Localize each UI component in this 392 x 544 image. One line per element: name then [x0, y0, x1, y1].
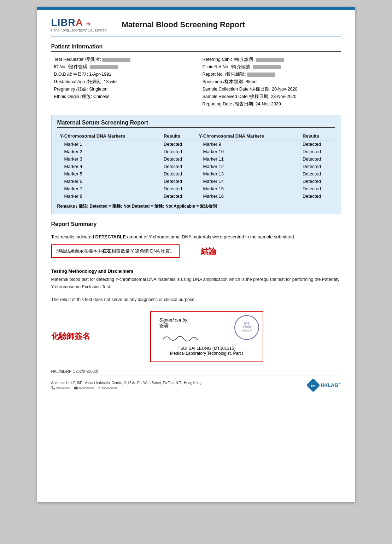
report-summary-section: Report Summary Test results indicated DE…: [51, 221, 341, 261]
marker-result-left: Detected: [161, 170, 196, 178]
svg-text:HK: HK: [311, 384, 315, 387]
field-gestational: Gestational Age /妊娠期: 13 wks: [51, 78, 193, 86]
col4-header: Results: [300, 132, 335, 140]
field-label: Gestational Age /妊娠期:: [54, 79, 104, 84]
email-icon: ✉: [98, 386, 101, 389]
table-row: Marker 8 Detected Marker 16 Detected: [57, 192, 335, 200]
marker-name-right: Marker 11: [196, 155, 299, 163]
field-dob: D.O.B /出生日期: 1-Apr-1991: [51, 71, 193, 78]
signed-out-by: Signed out by:: [159, 317, 189, 323]
field-value: 13 wks: [104, 79, 118, 84]
field-label: Report No. /報告編號:: [203, 72, 247, 77]
field-label: Clinic Ref No. /轉介編號:: [203, 64, 253, 69]
chemist-label: 化驗師簽名: [51, 331, 150, 342]
field-requester: Test Requester /受測者:: [51, 56, 193, 63]
detectable-word: DETECTABLE: [95, 234, 126, 239]
field-value-redacted: [102, 58, 130, 62]
hklab-diamond-icon: HK: [307, 379, 320, 392]
marker-result-right: Detected: [300, 140, 335, 148]
marker-name-right: Marker 14: [196, 178, 299, 185]
patient-info-heading: Patient Information: [51, 44, 341, 52]
field-value: 23-Nov-2020: [271, 94, 296, 99]
report-title: Maternal Blood Screening Report: [122, 20, 245, 29]
col3-header: Y-Chromosomal DNA Markers: [196, 132, 299, 140]
phone-icon: 📞: [51, 386, 55, 389]
col2-header: Results: [161, 132, 196, 140]
methodology-text1: Maternal blood test for detecting Y-chro…: [51, 276, 341, 291]
marker-name-left: Marker 3: [57, 155, 161, 163]
marker-name-left: Marker 6: [57, 178, 161, 185]
patient-fields-left: Test Requester /受測者: ID No. /證件號碼: D.O.B…: [51, 56, 193, 108]
table-row: Marker 2 Detected Marker 10 Detected: [57, 148, 335, 155]
field-value: Singleton: [89, 87, 107, 92]
signer-full-name: TSUI SAI LEUNG (MT101315): [159, 346, 254, 351]
report-page: LIBRA ➜ Hong Kong Laboratory Co., Limite…: [37, 7, 355, 502]
signer-name: TSUI SAI LEUNG (MT101315) Medical Labora…: [159, 346, 254, 356]
field-clinic-ref: Clinic Ref No. /轉介編號:: [200, 63, 341, 71]
marker-result-left: Detected: [161, 155, 196, 163]
methodology-text2: The result of this test does not serve a…: [51, 296, 341, 303]
field-label: Referring Clinic /轉介診所:: [203, 57, 256, 62]
methodology-section: Testing Methodology and Disclaimers Mate…: [51, 268, 341, 304]
field-label: ID No. /證件號碼:: [54, 64, 90, 69]
field-value: Chinese: [93, 94, 110, 99]
field-label: Reporting Date /報告日期:: [203, 102, 256, 106]
field-report-no: Report No. /報告編號:: [200, 71, 341, 78]
stamp-text: 香港化驗所有限公司: [241, 322, 252, 333]
summary-text-before: Test results indicated: [51, 234, 95, 239]
field-label: Ethnic Origin /種族:: [54, 94, 93, 99]
marker-name-right: Marker 10: [196, 148, 299, 155]
field-pregnancy: Pregnancy /妊娠: Singleton: [51, 86, 193, 93]
field-value: Blood: [245, 79, 257, 84]
field-referring-clinic: Referring Clinic /轉介診所:: [200, 56, 341, 63]
field-collection-date: Sample Collection Date /採樣日期: 20-Nov-202…: [200, 86, 341, 93]
marker-name-right: Marker 12: [196, 163, 299, 170]
marker-result-right: Detected: [300, 163, 335, 170]
conclusion-label: 結論: [201, 246, 216, 257]
marker-result-left: Detected: [161, 192, 196, 200]
field-received-date: Sample Received Date /收樣日期: 23-Nov-2020: [200, 93, 341, 100]
field-label: Sample Collection Date /採樣日期:: [203, 87, 272, 92]
field-value: 24-Nov-2020: [255, 102, 281, 106]
marker-name-left: Marker 1: [57, 140, 161, 148]
table-row: Marker 1 Detected Marker 9 Detected: [57, 140, 335, 148]
signer-title: Medical Laboratory Technologist, Part I: [159, 351, 254, 356]
sign-box: 香港化驗所有限公司 Signed out by: 簽署: TSUI SAI LE…: [150, 311, 263, 362]
patient-fields-right: Referring Clinic /轉介診所: Clinic Ref No. /…: [200, 56, 341, 108]
table-row: Marker 5 Detected Marker 13 Detected: [57, 170, 335, 178]
marker-name-right: Marker 13: [196, 170, 299, 178]
footer-ref: HKL/ML/RP-1 (02/07/2020): [51, 369, 341, 374]
field-ethnic: Ethnic Origin /種族: Chinese: [51, 93, 193, 100]
signature-image: [159, 332, 202, 343]
methodology-title: Testing Methodology and Disclaimers: [51, 268, 341, 274]
top-bar: [37, 7, 355, 10]
marker-result-left: Detected: [161, 148, 196, 155]
fax-icon: 📠: [74, 386, 78, 389]
footer-bottom: Address: Unit F, 8/F., Valiant Industria…: [51, 379, 341, 392]
marker-result-left: Detected: [161, 178, 196, 185]
table-row: Marker 4 Detected Marker 12 Detected: [57, 163, 335, 170]
field-reporting-date: Reporting Date /報告日期: 24-Nov-2020: [200, 100, 341, 108]
marker-result-right: Detected: [300, 155, 335, 163]
hklab-text: HKLAB™: [321, 382, 341, 388]
chinese-summary: 測驗結果顯示在樣本中在在相當數量 Y 染色體 DNA 物質。: [56, 248, 175, 254]
footer-address-section: Address: Unit F, 8/F., Valiant Industria…: [51, 376, 341, 392]
marker-result-left: Detected: [161, 163, 196, 170]
summary-box: 測驗結果顯示在樣本中在在相當數量 Y 染色體 DNA 物質。: [51, 244, 180, 258]
signature-area: 化驗師簽名 香港化驗所有限公司 Signed out by: 簽署: TSUI …: [51, 311, 341, 362]
marker-result-right: Detected: [300, 148, 335, 155]
patient-info-section: Patient Information Test Requester /受測者:…: [51, 44, 341, 108]
logo-sub: Hong Kong Laboratory Co., Limited: [51, 28, 115, 32]
screening-table: Y-Chromosomal DNA Markers Results Y-Chro…: [57, 132, 335, 200]
marker-result-left: Detected: [161, 140, 196, 148]
marker-result-right: Detected: [300, 192, 335, 200]
field-value: 1-Apr-1991: [89, 72, 111, 77]
remarks: Remarks / 備註: Detected = 陽性; Not Detecte…: [57, 203, 335, 209]
hklab-logo: HK HKLAB™: [307, 379, 341, 392]
table-row: Marker 6 Detected Marker 14 Detected: [57, 178, 335, 185]
table-row: Marker 7 Detected Marker 15 Detected: [57, 185, 335, 192]
field-value: 20-Nov-2020: [272, 87, 297, 92]
stamp-circle: 香港化驗所有限公司: [234, 315, 259, 340]
patient-grid: Test Requester /受測者: ID No. /證件號碼: D.O.B…: [51, 56, 341, 108]
field-label: D.O.B /出生日期:: [54, 72, 89, 77]
